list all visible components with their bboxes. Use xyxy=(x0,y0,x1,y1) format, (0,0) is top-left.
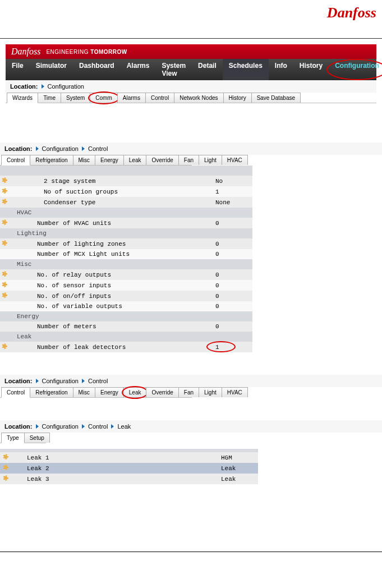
setting-value[interactable]: 1 xyxy=(215,186,252,197)
setting-row[interactable]: No. of variable outputs0 xyxy=(0,301,252,311)
menu-item[interactable]: Info xyxy=(269,59,293,80)
location-label: Location: xyxy=(4,145,33,152)
setting-row[interactable]: Condenser typeNone xyxy=(0,197,252,208)
crumb[interactable]: Leak xyxy=(117,423,131,430)
crumb[interactable]: Control xyxy=(88,378,108,384)
menu-item[interactable]: Simulator xyxy=(30,59,73,80)
tab[interactable]: Control xyxy=(1,155,30,166)
app-banner: Danfoss ENGINEERING TOMORROW xyxy=(6,44,376,59)
setting-row[interactable]: 2 stage systemNo xyxy=(0,176,252,186)
setting-row[interactable]: Number of MCX Light units0 xyxy=(0,249,252,259)
setting-label: No. of sensor inputs xyxy=(13,280,215,291)
setting-value[interactable]: 1 xyxy=(215,342,252,352)
setting-label: Number of lighting zones xyxy=(13,238,215,249)
section-header: Lighting xyxy=(0,228,252,238)
setting-value[interactable]: 0 xyxy=(215,249,252,259)
leak-row[interactable]: Leak 1HGM xyxy=(0,452,258,463)
leak-row[interactable]: Leak 3Leak xyxy=(0,474,258,484)
menu-item[interactable]: Alarms xyxy=(121,59,156,80)
setting-row[interactable]: Number of lighting zones0 xyxy=(0,238,252,249)
tab[interactable]: Save Database xyxy=(251,93,301,103)
tab[interactable]: Misc xyxy=(73,155,96,165)
crumb[interactable]: Control xyxy=(88,145,108,152)
setting-value[interactable]: 0 xyxy=(215,218,252,228)
menu-item[interactable]: History xyxy=(293,59,329,80)
setting-value[interactable]: 0 xyxy=(215,269,252,280)
tab[interactable]: HVAC xyxy=(222,387,248,397)
setting-row[interactable]: No of suction groups1 xyxy=(0,186,252,197)
chevron-right-icon xyxy=(111,424,114,429)
menu-item[interactable]: Detail xyxy=(192,59,223,80)
setting-label: Number of HVAC units xyxy=(13,218,215,228)
leak-row[interactable]: Leak 2Leak xyxy=(0,463,258,474)
tab[interactable]: Control xyxy=(145,93,174,103)
banner-brand: Danfoss xyxy=(11,47,40,57)
tab[interactable]: Control xyxy=(1,387,30,398)
tab[interactable]: Type xyxy=(1,433,25,443)
tab[interactable]: Wizards xyxy=(7,93,38,103)
setting-row[interactable]: Number of HVAC units0 xyxy=(0,218,252,228)
tab[interactable]: Energy xyxy=(95,387,124,397)
tab[interactable]: Alarms xyxy=(117,93,146,103)
setting-value[interactable]: 0 xyxy=(215,301,252,311)
menu-item[interactable]: File xyxy=(6,59,30,80)
tab[interactable]: Override xyxy=(146,387,178,397)
tab[interactable]: Leak xyxy=(123,155,147,165)
crumb[interactable]: Configuration xyxy=(48,83,84,90)
gear-icon xyxy=(2,464,9,471)
tab[interactable]: Refrigeration xyxy=(30,387,73,397)
menu-item[interactable]: Configuration xyxy=(329,59,382,80)
crumb[interactable]: Configuration xyxy=(42,423,79,430)
screenshot-2: Location: Configuration Control ControlR… xyxy=(0,143,382,352)
setting-row[interactable]: Number of leak detectors1 xyxy=(0,342,252,352)
brand-logo-text: Danfoss xyxy=(327,4,376,21)
tab[interactable]: Fan xyxy=(178,387,199,397)
section-header: Energy xyxy=(0,311,252,321)
tab[interactable]: System xyxy=(61,93,90,103)
tab[interactable]: Energy xyxy=(95,155,124,165)
leak-type-value[interactable]: HGM xyxy=(218,452,258,463)
crumb[interactable]: Configuration xyxy=(42,145,79,152)
menu-item[interactable]: Dashboard xyxy=(73,59,121,80)
tab[interactable]: HVAC xyxy=(222,155,248,165)
gear-icon xyxy=(1,292,8,298)
setting-value[interactable]: 0 xyxy=(215,238,252,249)
setting-value[interactable]: 0 xyxy=(215,280,252,291)
setting-row[interactable]: Number of meters0 xyxy=(0,321,252,332)
tab[interactable]: Override xyxy=(146,155,178,165)
setting-label: Number of meters xyxy=(13,321,215,332)
setting-label: Number of leak detectors xyxy=(13,342,215,352)
crumb[interactable]: Configuration xyxy=(42,378,79,384)
tab[interactable]: Light xyxy=(199,155,222,165)
tab[interactable]: Time xyxy=(38,93,61,103)
setting-value[interactable]: 0 xyxy=(215,291,252,301)
banner-tagline: ENGINEERING TOMORROW xyxy=(46,49,127,55)
tab[interactable]: Comm xyxy=(90,93,117,103)
setting-row[interactable]: No. of on/off inputs0 xyxy=(0,291,252,301)
leak-type-value[interactable]: Leak xyxy=(218,474,258,484)
location-label: Location: xyxy=(4,423,33,430)
chevron-right-icon xyxy=(36,424,39,429)
setting-value[interactable]: None xyxy=(215,197,252,208)
tab[interactable]: Leak xyxy=(123,387,147,397)
crumb[interactable]: Control xyxy=(88,423,108,430)
subtabs-leak: TypeSetup xyxy=(0,433,46,443)
setting-value[interactable]: 0 xyxy=(215,321,252,332)
tab[interactable]: Misc xyxy=(73,387,96,397)
chevron-right-icon xyxy=(82,424,85,429)
menu-item[interactable]: Schedules xyxy=(223,59,269,80)
tab[interactable]: Refrigeration xyxy=(30,155,73,165)
setting-row[interactable]: No. of relay outputs0 xyxy=(0,269,252,280)
tab[interactable]: History xyxy=(223,93,252,103)
setting-label: No. of variable outputs xyxy=(13,301,215,311)
setting-label: 2 stage system xyxy=(13,176,215,186)
tab[interactable]: Network Nodes xyxy=(174,93,223,103)
tab[interactable]: Fan xyxy=(178,155,199,165)
setting-value[interactable]: No xyxy=(215,176,252,186)
screenshot-1: Danfoss ENGINEERING TOMORROW FileSimulat… xyxy=(6,44,376,103)
menu-item[interactable]: System View xyxy=(155,59,192,80)
setting-row[interactable]: No. of sensor inputs0 xyxy=(0,280,252,291)
tab[interactable]: Light xyxy=(199,387,222,397)
leak-type-value[interactable]: Leak xyxy=(218,463,258,474)
tab[interactable]: Setup xyxy=(24,433,50,443)
